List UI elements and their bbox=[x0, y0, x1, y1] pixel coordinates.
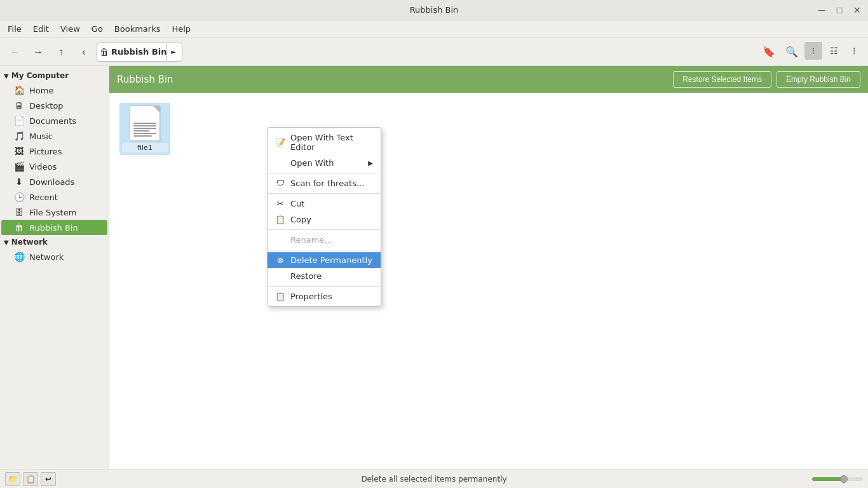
file-lines bbox=[133, 123, 156, 137]
videos-icon: 🎬 bbox=[14, 161, 24, 172]
music-icon: 🎵 bbox=[14, 131, 24, 141]
context-menu-item-open-text-editor[interactable]: 📝Open With Text Editor bbox=[268, 130, 381, 155]
folder-title: Rubbish Bin bbox=[117, 74, 668, 85]
documents-icon: 📄 bbox=[14, 116, 24, 126]
recent-icon: 🕒 bbox=[14, 192, 24, 202]
file-line-4 bbox=[133, 130, 149, 132]
scan-threats-label: Scan for threats... bbox=[290, 179, 364, 188]
menu-item-bookmarks[interactable]: Bookmarks bbox=[109, 22, 166, 36]
sidebar-item-filesystem[interactable]: 🗄 File System bbox=[1, 205, 107, 220]
downloads-icon: ⬇ bbox=[14, 177, 24, 187]
forward-button[interactable]: → bbox=[28, 42, 48, 62]
up-button[interactable]: ↑ bbox=[51, 42, 71, 62]
empty-rubbish-button[interactable]: Empty Rubbish Bin bbox=[776, 71, 860, 88]
network-arrow: ▼ bbox=[4, 239, 9, 246]
file-label: file1 bbox=[122, 143, 168, 152]
sidebar-item-downloads[interactable]: ⬇ Downloads bbox=[1, 174, 107, 189]
menubar: FileEditViewGoBookmarksHelp bbox=[0, 20, 868, 38]
window-title: Rubbish Bin bbox=[410, 5, 459, 15]
context-menu-item-copy[interactable]: 📋Copy bbox=[268, 212, 381, 227]
desktop-icon: 🖥 bbox=[14, 100, 24, 111]
rubbishbin-icon: 🗑 bbox=[14, 222, 24, 233]
nav-prev-button[interactable]: ‹ bbox=[74, 42, 94, 62]
menu-item-go[interactable]: Go bbox=[86, 22, 108, 36]
pictures-icon: 🖼 bbox=[14, 146, 24, 156]
content-header: Rubbish Bin Restore Selected Items Empty… bbox=[109, 66, 868, 93]
sidebar-item-network[interactable]: 🌐 Network bbox=[1, 249, 107, 264]
context-menu-item-cut[interactable]: ✂Cut bbox=[268, 196, 381, 212]
network-section[interactable]: ▼ Network bbox=[0, 235, 109, 249]
open-text-editor-label: Open With Text Editor bbox=[290, 133, 373, 152]
sidebar-item-pictures[interactable]: 🖼 Pictures bbox=[1, 144, 107, 159]
sidebar-item-videos[interactable]: 🎬 Videos bbox=[1, 159, 107, 174]
sidebar-item-documents[interactable]: 📄 Documents bbox=[1, 113, 107, 128]
context-menu-item-scan-threats[interactable]: 🛡Scan for threats... bbox=[268, 175, 381, 191]
delete-permanently-icon: ⊗ bbox=[275, 255, 285, 265]
menu-item-view[interactable]: View bbox=[55, 22, 85, 36]
statusbar-btn-3[interactable]: ↩ bbox=[41, 472, 56, 486]
open-with-arrow: ▶ bbox=[368, 159, 373, 166]
bookmark-button[interactable]: 🔖 bbox=[759, 42, 779, 62]
scan-threats-icon: 🛡 bbox=[275, 179, 285, 188]
zoom-thumb[interactable] bbox=[840, 475, 848, 483]
search-button[interactable]: 🔍 bbox=[782, 42, 802, 62]
my-computer-arrow: ▼ bbox=[4, 72, 9, 79]
view-list-button[interactable]: ☷ bbox=[825, 42, 843, 60]
toolbar-view-controls: 🔖 🔍 ⁝ ☷ ⁞ bbox=[759, 42, 863, 62]
my-computer-section[interactable]: ▼ My Computer bbox=[0, 69, 109, 83]
restore-label: Restore bbox=[290, 271, 322, 281]
file-icon bbox=[130, 105, 160, 141]
toolbar: ← → ↑ ‹ 🗑 Rubbish Bin ► 🔖 🔍 ⁝ ☷ ⁞ bbox=[0, 38, 868, 66]
statusbar: 📁 📋 ↩ Delete all selected items permanen… bbox=[0, 469, 868, 488]
close-button[interactable]: ✕ bbox=[849, 2, 865, 18]
file-line-3 bbox=[133, 128, 156, 129]
maximize-button[interactable]: □ bbox=[831, 2, 848, 18]
view-columns-button[interactable]: ⁞ bbox=[845, 42, 863, 60]
sidebar-item-music-label: Music bbox=[29, 132, 53, 141]
menu-item-edit[interactable]: Edit bbox=[28, 22, 54, 36]
view-grid-button[interactable]: ⁝ bbox=[804, 42, 822, 60]
context-menu-separator bbox=[268, 229, 381, 230]
statusbar-status: Delete all selected items permanently bbox=[56, 475, 812, 484]
file-item[interactable]: file1 bbox=[119, 103, 170, 155]
sidebar-item-music[interactable]: 🎵 Music bbox=[1, 128, 107, 144]
breadcrumb-expand[interactable]: ► bbox=[166, 43, 179, 62]
context-menu: 📝Open With Text EditorOpen With▶🛡Scan fo… bbox=[267, 127, 381, 307]
delete-permanently-label: Delete Permanently bbox=[290, 255, 372, 265]
filesystem-icon: 🗄 bbox=[14, 207, 24, 217]
statusbar-btn-2[interactable]: 📋 bbox=[23, 472, 38, 486]
sidebar-item-home[interactable]: 🏠 Home bbox=[1, 83, 107, 98]
sidebar-item-desktop[interactable]: 🖥 Desktop bbox=[1, 98, 107, 113]
context-menu-item-properties[interactable]: 📋Properties bbox=[268, 288, 381, 304]
sidebar-item-pictures-label: Pictures bbox=[29, 147, 62, 156]
sidebar-item-desktop-label: Desktop bbox=[29, 101, 64, 111]
context-menu-separator bbox=[268, 250, 381, 250]
context-menu-item-delete-permanently[interactable]: ⊗Delete Permanently bbox=[268, 252, 381, 268]
menu-item-help[interactable]: Help bbox=[166, 22, 196, 36]
sidebar-item-filesystem-label: File System bbox=[29, 208, 76, 217]
restore-selected-button[interactable]: Restore Selected Items bbox=[673, 71, 771, 88]
properties-label: Properties bbox=[290, 292, 332, 301]
open-with-label: Open With bbox=[290, 158, 334, 168]
back-button[interactable]: ← bbox=[5, 42, 25, 62]
menu-item-file[interactable]: File bbox=[3, 22, 27, 36]
sidebar-item-rubbishbin[interactable]: 🗑 Rubbish Bin bbox=[1, 220, 107, 235]
minimize-button[interactable]: ─ bbox=[813, 2, 830, 18]
statusbar-btn-1[interactable]: 📁 bbox=[5, 472, 20, 486]
cut-label: Cut bbox=[290, 199, 304, 208]
context-menu-item-rename: Rename... bbox=[268, 232, 381, 248]
sidebar-item-rubbishbin-label: Rubbish Bin bbox=[29, 223, 78, 233]
sidebar-item-recent[interactable]: 🕒 Recent bbox=[1, 189, 107, 205]
sidebar: ▼ My Computer 🏠 Home 🖥 Desktop 📄 Documen… bbox=[0, 66, 109, 469]
breadcrumb: 🗑 Rubbish Bin ► bbox=[97, 43, 182, 62]
zoom-slider[interactable] bbox=[812, 477, 863, 481]
content-area: Rubbish Bin Restore Selected Items Empty… bbox=[109, 66, 868, 469]
network-icon: 🌐 bbox=[14, 252, 24, 262]
main-layout: ▼ My Computer 🏠 Home 🖥 Desktop 📄 Documen… bbox=[0, 66, 868, 469]
open-text-editor-icon: 📝 bbox=[275, 138, 285, 147]
context-menu-item-restore[interactable]: Restore bbox=[268, 268, 381, 284]
file-area[interactable]: file1 📝Open With Text EditorOpen With▶🛡S… bbox=[109, 93, 868, 469]
context-menu-item-open-with[interactable]: Open With▶ bbox=[268, 155, 381, 171]
context-menu-separator bbox=[268, 173, 381, 173]
cut-icon: ✂ bbox=[275, 199, 285, 208]
